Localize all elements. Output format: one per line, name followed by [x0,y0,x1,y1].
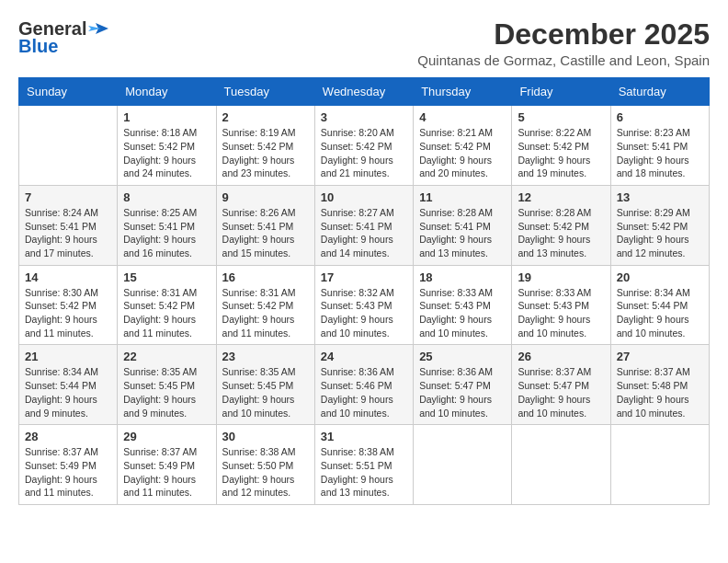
calendar-header-monday: Monday [118,78,216,106]
day-number: 20 [617,270,703,284]
calendar-week-row: 28Sunrise: 8:37 AM Sunset: 5:49 PM Dayli… [19,425,710,505]
calendar-cell: 7Sunrise: 8:24 AM Sunset: 5:41 PM Daylig… [19,185,118,265]
calendar-cell: 24Sunrise: 8:36 AM Sunset: 5:46 PM Dayli… [314,345,413,425]
calendar-cell: 13Sunrise: 8:29 AM Sunset: 5:42 PM Dayli… [610,185,709,265]
calendar-cell: 4Sunrise: 8:21 AM Sunset: 5:42 PM Daylig… [414,106,512,186]
calendar-cell: 26Sunrise: 8:37 AM Sunset: 5:47 PM Dayli… [512,345,610,425]
calendar-cell [610,425,709,505]
calendar-cell: 28Sunrise: 8:37 AM Sunset: 5:49 PM Dayli… [19,425,118,505]
calendar-header-tuesday: Tuesday [216,78,314,106]
day-info: Sunrise: 8:19 AM Sunset: 5:42 PM Dayligh… [222,126,309,180]
day-info: Sunrise: 8:35 AM Sunset: 5:45 PM Dayligh… [222,365,309,419]
day-info: Sunrise: 8:37 AM Sunset: 5:48 PM Dayligh… [617,365,703,419]
day-number: 2 [222,110,309,124]
day-number: 31 [321,430,407,443]
day-number: 30 [222,430,309,443]
day-number: 12 [518,190,604,204]
calendar-cell: 22Sunrise: 8:35 AM Sunset: 5:45 PM Dayli… [118,345,216,425]
day-info: Sunrise: 8:37 AM Sunset: 5:49 PM Dayligh… [123,445,210,500]
calendar-cell [414,425,512,505]
calendar-header-thursday: Thursday [414,78,512,106]
day-number: 7 [25,190,111,204]
day-number: 26 [518,350,604,363]
day-info: Sunrise: 8:23 AM Sunset: 5:41 PM Dayligh… [617,126,703,180]
calendar-cell: 15Sunrise: 8:31 AM Sunset: 5:42 PM Dayli… [118,265,216,345]
day-number: 15 [123,270,210,284]
calendar-cell: 5Sunrise: 8:22 AM Sunset: 5:42 PM Daylig… [512,106,610,186]
day-info: Sunrise: 8:29 AM Sunset: 5:42 PM Dayligh… [617,206,703,260]
header: General Blue December 2025 Quintanas de … [18,18,710,68]
logo-blue-text: Blue [18,36,58,57]
day-info: Sunrise: 8:35 AM Sunset: 5:45 PM Dayligh… [123,365,210,419]
day-number: 11 [419,190,506,204]
day-number: 10 [321,190,407,204]
calendar-week-row: 1Sunrise: 8:18 AM Sunset: 5:42 PM Daylig… [19,106,710,186]
day-number: 5 [518,110,604,124]
day-info: Sunrise: 8:25 AM Sunset: 5:41 PM Dayligh… [123,206,210,260]
subtitle: Quintanas de Gormaz, Castille and Leon, … [417,52,710,68]
calendar-header-row: SundayMondayTuesdayWednesdayThursdayFrid… [19,78,710,106]
day-info: Sunrise: 8:24 AM Sunset: 5:41 PM Dayligh… [25,206,111,260]
calendar-cell: 9Sunrise: 8:26 AM Sunset: 5:41 PM Daylig… [216,185,314,265]
day-info: Sunrise: 8:38 AM Sunset: 5:50 PM Dayligh… [222,445,309,500]
calendar-cell: 10Sunrise: 8:27 AM Sunset: 5:41 PM Dayli… [314,185,413,265]
calendar-table: SundayMondayTuesdayWednesdayThursdayFrid… [18,77,710,505]
day-info: Sunrise: 8:28 AM Sunset: 5:42 PM Dayligh… [518,206,604,260]
calendar-cell [512,425,610,505]
calendar-week-row: 21Sunrise: 8:34 AM Sunset: 5:44 PM Dayli… [19,345,710,425]
calendar-cell: 31Sunrise: 8:38 AM Sunset: 5:51 PM Dayli… [314,425,413,505]
day-number: 19 [518,270,604,284]
calendar-cell: 11Sunrise: 8:28 AM Sunset: 5:41 PM Dayli… [414,185,512,265]
calendar-cell [19,106,118,186]
calendar-cell: 16Sunrise: 8:31 AM Sunset: 5:42 PM Dayli… [216,265,314,345]
day-info: Sunrise: 8:36 AM Sunset: 5:46 PM Dayligh… [321,365,407,419]
day-number: 4 [419,110,506,124]
calendar-cell: 17Sunrise: 8:32 AM Sunset: 5:43 PM Dayli… [314,265,413,345]
calendar-header-sunday: Sunday [19,78,118,106]
calendar-cell: 12Sunrise: 8:28 AM Sunset: 5:42 PM Dayli… [512,185,610,265]
day-number: 21 [25,350,111,363]
day-info: Sunrise: 8:32 AM Sunset: 5:43 PM Dayligh… [321,286,407,340]
calendar-cell: 30Sunrise: 8:38 AM Sunset: 5:50 PM Dayli… [216,425,314,505]
day-info: Sunrise: 8:31 AM Sunset: 5:42 PM Dayligh… [123,286,210,340]
calendar-cell: 2Sunrise: 8:19 AM Sunset: 5:42 PM Daylig… [216,106,314,186]
day-info: Sunrise: 8:34 AM Sunset: 5:44 PM Dayligh… [25,365,111,419]
day-info: Sunrise: 8:33 AM Sunset: 5:43 PM Dayligh… [419,286,506,340]
calendar-cell: 8Sunrise: 8:25 AM Sunset: 5:41 PM Daylig… [118,185,216,265]
day-info: Sunrise: 8:28 AM Sunset: 5:41 PM Dayligh… [419,206,506,260]
calendar-cell: 14Sunrise: 8:30 AM Sunset: 5:42 PM Dayli… [19,265,118,345]
calendar-cell: 19Sunrise: 8:33 AM Sunset: 5:43 PM Dayli… [512,265,610,345]
day-number: 13 [617,190,703,204]
day-info: Sunrise: 8:34 AM Sunset: 5:44 PM Dayligh… [617,286,703,340]
day-number: 8 [123,190,210,204]
calendar-week-row: 7Sunrise: 8:24 AM Sunset: 5:41 PM Daylig… [19,185,710,265]
logo: General Blue [18,18,108,57]
day-info: Sunrise: 8:36 AM Sunset: 5:47 PM Dayligh… [419,365,506,419]
day-number: 24 [321,350,407,363]
calendar-cell: 27Sunrise: 8:37 AM Sunset: 5:48 PM Dayli… [610,345,709,425]
day-number: 14 [25,270,111,284]
day-number: 1 [123,110,210,124]
day-info: Sunrise: 8:33 AM Sunset: 5:43 PM Dayligh… [518,286,604,340]
day-info: Sunrise: 8:38 AM Sunset: 5:51 PM Dayligh… [321,445,407,500]
page-container: General Blue December 2025 Quintanas de … [18,18,710,505]
day-number: 9 [222,190,309,204]
calendar-week-row: 14Sunrise: 8:30 AM Sunset: 5:42 PM Dayli… [19,265,710,345]
day-info: Sunrise: 8:31 AM Sunset: 5:42 PM Dayligh… [222,286,309,340]
calendar-header-friday: Friday [512,78,610,106]
day-info: Sunrise: 8:37 AM Sunset: 5:47 PM Dayligh… [518,365,604,419]
day-number: 18 [419,270,506,284]
day-info: Sunrise: 8:20 AM Sunset: 5:42 PM Dayligh… [321,126,407,180]
day-number: 22 [123,350,210,363]
day-number: 23 [222,350,309,363]
calendar-header-saturday: Saturday [610,78,709,106]
day-number: 6 [617,110,703,124]
day-number: 3 [321,110,407,124]
title-block: December 2025 Quintanas de Gormaz, Casti… [417,18,710,68]
day-info: Sunrise: 8:18 AM Sunset: 5:42 PM Dayligh… [123,126,210,180]
calendar-cell: 3Sunrise: 8:20 AM Sunset: 5:42 PM Daylig… [314,106,413,186]
day-info: Sunrise: 8:37 AM Sunset: 5:49 PM Dayligh… [25,445,111,500]
day-number: 29 [123,430,210,443]
calendar-cell: 21Sunrise: 8:34 AM Sunset: 5:44 PM Dayli… [19,345,118,425]
calendar-cell: 25Sunrise: 8:36 AM Sunset: 5:47 PM Dayli… [414,345,512,425]
